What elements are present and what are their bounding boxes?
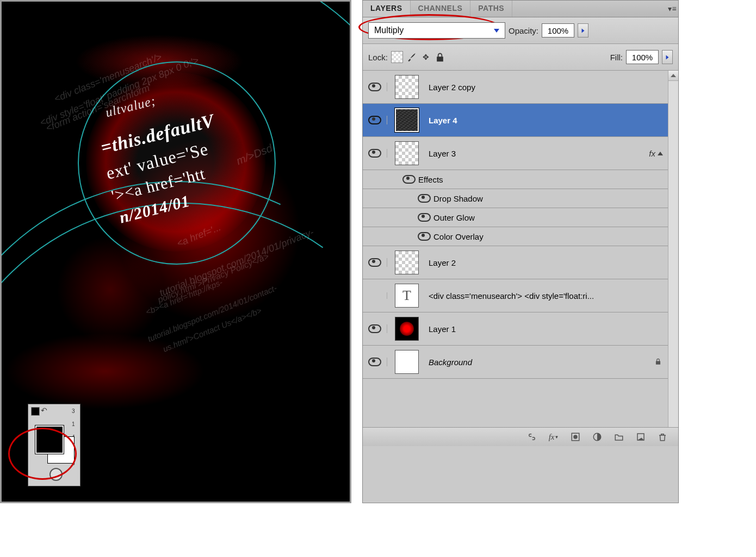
link-layers-icon[interactable] [526,431,538,442]
layer-row[interactable]: Layer 2 copy [363,71,678,104]
opacity-label: Opacity: [509,26,538,35]
layer-thumbnail[interactable] [395,108,419,132]
fx-item-row[interactable]: Outer Glow [363,208,678,227]
panel-controls-row: Multiply Opacity: 100% [363,17,678,44]
lock-transparency-icon[interactable] [391,51,403,63]
layer-row[interactable]: Layer 4 [363,104,678,137]
blend-mode-value: Multiply [374,26,404,35]
visibility-eye-icon[interactable] [368,149,381,158]
layer-name-label[interactable]: <div class='menusearch'> <div style='flo… [426,291,666,301]
document-canvas[interactable]: <div class='menusearch'/> <div style='fl… [0,0,351,503]
fill-flyout-button[interactable] [662,50,673,64]
layer-row[interactable]: Background [363,346,678,379]
layer-thumbnail[interactable] [395,251,419,274]
layer-thumbnail[interactable] [395,317,419,341]
effect-name-label: Drop Shadow [431,194,666,203]
visibility-eye-icon[interactable] [368,83,381,91]
visibility-eye-icon[interactable] [368,358,381,366]
svg-point-1 [573,435,578,439]
layer-row[interactable]: Layer 1 [363,312,678,346]
opacity-input[interactable]: 100% [542,23,574,37]
layer-name-label[interactable]: Layer 3 [426,149,649,158]
tab-layers[interactable]: LAYERS [363,1,411,17]
layer-list-empty-area[interactable] [363,379,668,427]
fx-group-row[interactable]: Effects [363,170,678,189]
layer-row[interactable]: T <div class='menusearch'> <div style='f… [363,279,678,312]
foreground-color-swatch[interactable] [35,425,64,454]
delete-layer-icon[interactable] [656,431,668,442]
swap-colors-icon[interactable]: ↶ [41,406,47,415]
default-colors-icon[interactable] [31,407,40,416]
layers-panel: LAYERS CHANNELS PATHS ▾≡ Multiply Opacit… [362,0,679,503]
visibility-eye-icon[interactable] [402,175,416,184]
layer-row[interactable]: Layer 3 fx [363,137,678,170]
fill-label: Fill: [610,53,623,62]
adjustment-layer-icon[interactable] [591,431,603,442]
visibility-eye-icon[interactable] [418,213,431,222]
tab-channels[interactable]: CHANNELS [411,1,471,17]
layer-name-label[interactable]: Layer 1 [426,324,666,334]
tab-paths[interactable]: PATHS [470,1,512,17]
lock-pixels-icon[interactable] [406,52,417,62]
layer-style-icon[interactable]: fx▼ [548,431,560,442]
layer-thumbnail[interactable] [395,75,419,99]
scroll-up-icon[interactable] [668,71,678,81]
layer-thumbnail[interactable] [395,350,419,374]
lock-position-icon[interactable]: ✥ [420,52,431,62]
layer-name-label[interactable]: Background [426,358,654,367]
fill-input[interactable]: 100% [626,50,659,64]
layer-name-label[interactable]: Layer 2 copy [426,83,666,92]
opacity-flyout-button[interactable] [578,23,588,37]
visibility-eye-icon[interactable] [369,292,380,299]
visibility-eye-icon[interactable] [368,258,381,267]
quick-mask-icon[interactable] [49,468,63,481]
add-mask-icon[interactable] [569,431,581,442]
lock-label: Lock: [368,53,388,62]
layer-name-label[interactable]: Layer 4 [426,116,666,125]
lock-all-icon[interactable] [435,52,445,62]
effects-label: Effects [416,175,666,184]
layer-name-label[interactable]: Layer 2 [426,258,666,267]
locked-icon [654,357,662,367]
effect-name-label: Outer Glow [431,213,666,222]
visibility-eye-icon[interactable] [418,194,431,203]
panel-footer: fx▼ [363,427,678,446]
layer-row[interactable]: Layer 2 [363,246,678,279]
panel-lock-row: Lock: ✥ Fill: 100% [363,44,678,71]
tool-swatch-panel: ↶ 3 1 4 1 5 [18,404,80,485]
visibility-eye-icon[interactable] [368,324,381,333]
fx-badge[interactable]: fx [649,149,655,158]
visibility-eye-icon[interactable] [368,116,381,124]
type-layer-thumbnail[interactable]: T [395,284,419,308]
fx-item-row[interactable]: Color Overlay [363,227,678,246]
panel-menu-icon[interactable]: ▾≡ [666,1,678,17]
layer-thumbnail[interactable] [395,141,419,165]
blend-mode-select[interactable]: Multiply [368,22,505,39]
visibility-eye-icon[interactable] [418,232,431,241]
scrollbar[interactable] [668,71,678,427]
panel-tab-row: LAYERS CHANNELS PATHS ▾≡ [363,1,678,17]
new-layer-icon[interactable] [635,431,647,442]
fx-item-row[interactable]: Drop Shadow [363,189,678,208]
new-group-icon[interactable] [613,431,625,442]
canvas-content: <div class='menusearch'/> <div style='fl… [2,2,350,502]
fx-collapse-icon[interactable] [658,152,663,155]
layer-list: Layer 2 copy Layer 4 Layer 3 fx Effects [363,71,678,427]
effect-name-label: Color Overlay [431,232,666,241]
